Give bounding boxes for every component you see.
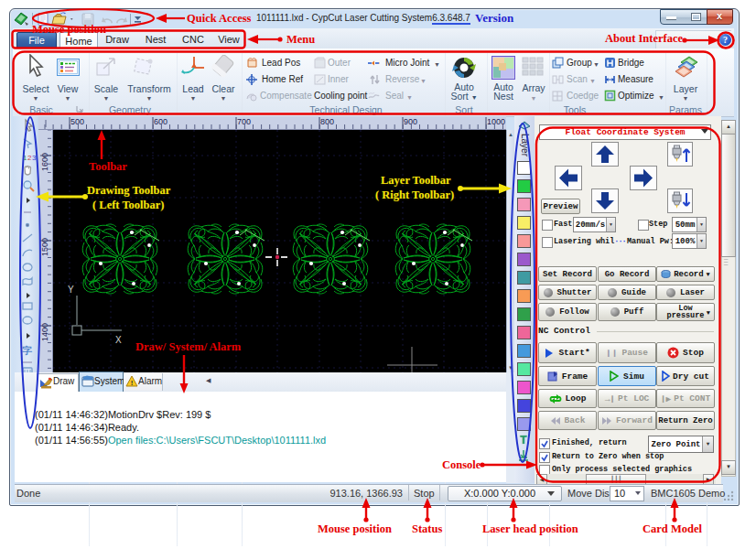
svg-text:X: X [115, 335, 122, 345]
svg-text:700: 700 [237, 117, 251, 126]
svg-text:600: 600 [154, 117, 167, 126]
svg-text:800: 800 [320, 117, 334, 126]
svg-text:字: 字 [22, 345, 32, 356]
svg-text:500: 500 [70, 117, 84, 126]
svg-text:900: 900 [404, 117, 417, 126]
svg-text:Y: Y [68, 285, 74, 295]
svg-text:!: ! [131, 379, 134, 387]
svg-text:3: 3 [32, 154, 37, 162]
